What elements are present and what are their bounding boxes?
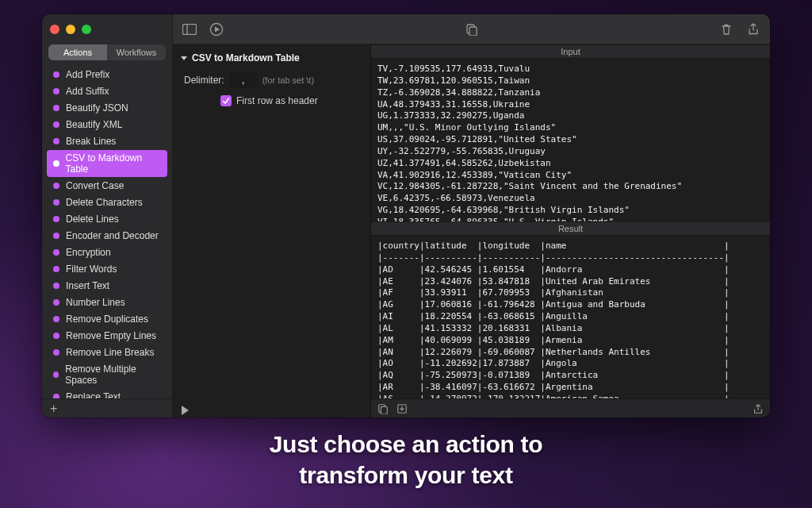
- delimiter-label: Delimiter:: [184, 75, 224, 86]
- marketing-caption: Just choose an action to transform your …: [0, 429, 812, 491]
- bullet-icon: [53, 316, 59, 322]
- run-footer-icon[interactable]: [182, 406, 189, 415]
- bullet-icon: [53, 71, 59, 78]
- input-label: Input: [371, 44, 770, 59]
- bullet-icon: [53, 88, 59, 94]
- copy-icon[interactable]: [463, 21, 481, 38]
- disclosure-triangle-icon: [181, 56, 187, 60]
- action-item-label: Remove Line Breaks: [66, 347, 154, 358]
- zoom-window-button[interactable]: [82, 25, 91, 34]
- result-label: Result: [371, 221, 770, 236]
- sidebar-tabs: Actions Workflows: [48, 44, 166, 60]
- toolbar: [173, 14, 770, 44]
- action-item-label: Delete Characters: [66, 197, 143, 208]
- bullet-icon: [53, 233, 59, 239]
- action-item-label: Number Lines: [66, 297, 125, 308]
- action-item-label: Beautify JSON: [66, 102, 128, 114]
- bullet-icon: [53, 105, 59, 111]
- action-item[interactable]: Encryption: [47, 244, 167, 260]
- action-item[interactable]: Replace Text: [47, 389, 167, 398]
- action-item[interactable]: Convert Case: [47, 178, 167, 194]
- action-item-label: Delete Lines: [66, 214, 119, 225]
- action-item-label: CSV to Markdown Table: [66, 152, 162, 175]
- bullet-icon: [53, 283, 59, 289]
- svg-rect-0: [183, 24, 197, 34]
- first-row-label: First row as header: [236, 95, 318, 106]
- action-item[interactable]: Filter Words: [47, 261, 167, 277]
- config-title: CSV to Markdown Table: [192, 52, 300, 64]
- action-item-label: Convert Case: [66, 180, 124, 191]
- bullet-icon: [53, 266, 59, 272]
- trash-icon[interactable]: [718, 21, 735, 38]
- window-controls: [50, 25, 91, 34]
- action-item[interactable]: Insert Text: [47, 278, 167, 294]
- action-item[interactable]: Beautify JSON: [47, 100, 167, 116]
- svg-rect-5: [469, 27, 477, 36]
- action-item-label: Beautify XML: [66, 119, 122, 130]
- action-item[interactable]: CSV to Markdown Table: [47, 150, 167, 177]
- action-item-label: Encoder and Decoder: [66, 230, 159, 241]
- share-icon[interactable]: [745, 21, 762, 38]
- toggle-sidebar-icon[interactable]: [181, 21, 198, 38]
- add-action-button[interactable]: +: [50, 402, 57, 416]
- svg-rect-7: [381, 406, 387, 414]
- input-textarea[interactable]: TV,-7.109535,177.64933,Tuvalu TW,23.6978…: [371, 59, 770, 221]
- action-item-label: Remove Duplicates: [66, 314, 148, 325]
- minimize-window-button[interactable]: [66, 25, 75, 34]
- action-item[interactable]: Add Prefix: [47, 67, 167, 83]
- action-item[interactable]: Remove Line Breaks: [47, 344, 167, 360]
- titlebar: [42, 14, 172, 44]
- bullet-icon: [53, 371, 59, 378]
- bullet-icon: [53, 333, 59, 339]
- action-item[interactable]: Remove Multiple Spaces: [47, 361, 167, 388]
- tab-workflows[interactable]: Workflows: [107, 44, 166, 60]
- action-item[interactable]: Remove Duplicates: [47, 311, 167, 327]
- action-item-label: Encryption: [66, 247, 111, 258]
- action-item-label: Filter Words: [66, 264, 117, 275]
- delimiter-row: Delimiter: (for tab set \t): [184, 73, 362, 87]
- action-item-label: Add Prefix: [66, 69, 109, 80]
- action-item[interactable]: Delete Lines: [47, 211, 167, 227]
- config-panel: CSV to Markdown Table Delimiter: (for ta…: [173, 44, 371, 418]
- first-row-checkbox[interactable]: [220, 95, 232, 106]
- tab-actions[interactable]: Actions: [48, 44, 107, 60]
- io-footer: [371, 398, 770, 418]
- bullet-icon: [53, 216, 59, 222]
- close-window-button[interactable]: [50, 25, 59, 34]
- run-icon[interactable]: [208, 21, 225, 38]
- bullet-icon: [53, 160, 59, 167]
- action-item-label: Break Lines: [66, 136, 116, 147]
- config-header[interactable]: CSV to Markdown Table: [181, 52, 362, 64]
- action-item-label: Add Suffix: [66, 86, 109, 97]
- sidebar: Actions Workflows Add PrefixAdd SuffixBe…: [42, 14, 173, 418]
- action-item-label: Remove Multiple Spaces: [65, 364, 161, 386]
- bullet-icon: [53, 249, 59, 256]
- action-item[interactable]: Delete Characters: [47, 194, 167, 210]
- action-item-label: Replace Text: [66, 391, 121, 398]
- sidebar-footer: +: [42, 398, 172, 418]
- action-item[interactable]: Encoder and Decoder: [47, 228, 167, 244]
- action-item[interactable]: Beautify XML: [47, 117, 167, 133]
- bullet-icon: [53, 183, 59, 189]
- main-area: CSV to Markdown Table Delimiter: (for ta…: [173, 14, 770, 418]
- bullet-icon: [53, 138, 59, 144]
- action-item[interactable]: Remove Empty Lines: [47, 328, 167, 344]
- svg-marker-3: [215, 26, 220, 32]
- action-item[interactable]: Number Lines: [47, 294, 167, 310]
- copy-result-icon[interactable]: [377, 403, 389, 414]
- export-icon[interactable]: [753, 403, 764, 414]
- result-textarea[interactable]: |country|latitude |longitude |name | |--…: [371, 236, 770, 398]
- action-item-label: Remove Empty Lines: [66, 330, 156, 341]
- first-row-header-row: First row as header: [220, 95, 362, 106]
- action-item-label: Insert Text: [66, 280, 109, 291]
- action-item[interactable]: Add Suffix: [47, 83, 167, 99]
- actions-list: Add PrefixAdd SuffixBeautify JSONBeautif…: [42, 65, 172, 398]
- bullet-icon: [53, 121, 59, 128]
- bullet-icon: [53, 299, 59, 306]
- io-panel: Input TV,-7.109535,177.64933,Tuvalu TW,2…: [371, 44, 770, 418]
- content: CSV to Markdown Table Delimiter: (for ta…: [173, 44, 770, 418]
- delimiter-input[interactable]: [229, 73, 258, 87]
- action-item[interactable]: Break Lines: [47, 133, 167, 149]
- bullet-icon: [53, 199, 59, 206]
- save-result-icon[interactable]: [396, 403, 408, 414]
